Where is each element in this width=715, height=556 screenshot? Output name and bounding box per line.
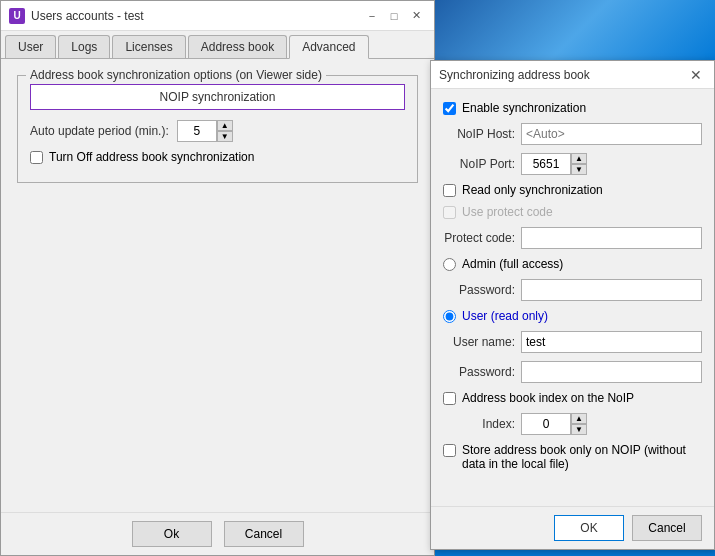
user-radio-label[interactable]: User (read only) [462, 309, 548, 323]
index-spinner-up[interactable]: ▲ [571, 413, 587, 424]
auto-update-input[interactable]: 5 [177, 120, 217, 142]
admin-password-label: Password: [443, 283, 515, 297]
addr-index-checkbox[interactable] [443, 392, 456, 405]
admin-radio-label[interactable]: Admin (full access) [462, 257, 563, 271]
index-input[interactable] [521, 413, 571, 435]
group-label: Address book synchronization options (on… [26, 68, 326, 82]
store-local-checkbox[interactable] [443, 444, 456, 457]
dialog-title: Synchronizing address book [439, 68, 590, 82]
addr-index-label[interactable]: Address book index on the NoIP [462, 391, 634, 405]
spinner-down[interactable]: ▼ [217, 131, 233, 142]
noip-sync-button[interactable]: NOIP synchronization [30, 84, 405, 110]
main-content: Address book synchronization options (on… [1, 59, 434, 512]
user-name-label: User name: [443, 335, 515, 349]
enable-sync-row: Enable synchronization [443, 101, 702, 115]
sync-dialog: Synchronizing address book ✕ Enable sync… [430, 60, 715, 550]
dialog-cancel-button[interactable]: Cancel [632, 515, 702, 541]
noip-port-row: NoIP Port: ▲ ▼ [443, 153, 702, 175]
auto-update-label: Auto update period (min.): [30, 124, 169, 138]
port-spinner-down[interactable]: ▼ [571, 164, 587, 175]
admin-password-row: Password: [443, 279, 702, 301]
noip-port-input[interactable] [521, 153, 571, 175]
addr-index-row: Address book index on the NoIP [443, 391, 702, 405]
noip-host-label: NoIP Host: [443, 127, 515, 141]
use-protect-checkbox[interactable] [443, 206, 456, 219]
spinner-up[interactable]: ▲ [217, 120, 233, 131]
tab-licenses[interactable]: Licenses [112, 35, 185, 58]
index-label: Index: [443, 417, 515, 431]
address-book-group: Address book synchronization options (on… [17, 75, 418, 183]
user-password-label: Password: [443, 365, 515, 379]
tab-advanced[interactable]: Advanced [289, 35, 368, 59]
turn-off-checkbox[interactable] [30, 151, 43, 164]
ok-button[interactable]: Ok [132, 521, 212, 547]
user-password-row: Password: [443, 361, 702, 383]
admin-password-input[interactable] [521, 279, 702, 301]
store-local-row: Store address book only on NOIP (without… [443, 443, 702, 471]
user-password-input[interactable] [521, 361, 702, 383]
noip-host-row: NoIP Host: [443, 123, 702, 145]
enable-sync-label[interactable]: Enable synchronization [462, 101, 586, 115]
dialog-close-button[interactable]: ✕ [686, 66, 706, 84]
port-spinner-up[interactable]: ▲ [571, 153, 587, 164]
protect-code-row: Protect code: [443, 227, 702, 249]
minimize-button[interactable]: − [362, 7, 382, 25]
use-protect-label: Use protect code [462, 205, 553, 219]
index-spinner: ▲ ▼ [521, 413, 587, 435]
use-protect-row: Use protect code [443, 205, 702, 219]
user-name-input[interactable] [521, 331, 702, 353]
user-name-row: User name: [443, 331, 702, 353]
tab-address-book[interactable]: Address book [188, 35, 287, 58]
auto-update-spinner[interactable]: 5 ▲ ▼ [177, 120, 233, 142]
admin-radio[interactable] [443, 258, 456, 271]
user-radio[interactable] [443, 310, 456, 323]
store-local-label[interactable]: Store address book only on NOIP (without… [462, 443, 702, 471]
noip-port-label: NoIP Port: [443, 157, 515, 171]
protect-code-label: Protect code: [443, 231, 515, 245]
dialog-content: Enable synchronization NoIP Host: NoIP P… [431, 89, 714, 506]
read-only-checkbox[interactable] [443, 184, 456, 197]
tab-bar: User Logs Licenses Address book Advanced [1, 31, 434, 59]
dialog-ok-button[interactable]: OK [554, 515, 624, 541]
tab-logs[interactable]: Logs [58, 35, 110, 58]
auto-update-row: Auto update period (min.): 5 ▲ ▼ [30, 120, 405, 142]
turn-off-row: Turn Off address book synchronization [30, 150, 405, 164]
turn-off-label[interactable]: Turn Off address book synchronization [49, 150, 254, 164]
noip-host-input[interactable] [521, 123, 702, 145]
close-button[interactable]: ✕ [406, 7, 426, 25]
dialog-bottom: OK Cancel [431, 506, 714, 549]
index-row: Index: ▲ ▼ [443, 413, 702, 435]
bottom-bar: Ok Cancel [1, 512, 434, 555]
app-icon: U [9, 8, 25, 24]
read-only-label[interactable]: Read only synchronization [462, 183, 603, 197]
maximize-button[interactable]: □ [384, 7, 404, 25]
dialog-title-bar: Synchronizing address book ✕ [431, 61, 714, 89]
read-only-row: Read only synchronization [443, 183, 702, 197]
admin-radio-row: Admin (full access) [443, 257, 702, 271]
tab-user[interactable]: User [5, 35, 56, 58]
title-bar: U Users accounts - test − □ ✕ [1, 1, 434, 31]
enable-sync-checkbox[interactable] [443, 102, 456, 115]
cancel-button[interactable]: Cancel [224, 521, 304, 547]
user-radio-row: User (read only) [443, 309, 702, 323]
window-title: Users accounts - test [31, 9, 144, 23]
index-spinner-down[interactable]: ▼ [571, 424, 587, 435]
protect-code-input[interactable] [521, 227, 702, 249]
main-window: U Users accounts - test − □ ✕ User Logs … [0, 0, 435, 556]
noip-port-spinner: ▲ ▼ [521, 153, 587, 175]
